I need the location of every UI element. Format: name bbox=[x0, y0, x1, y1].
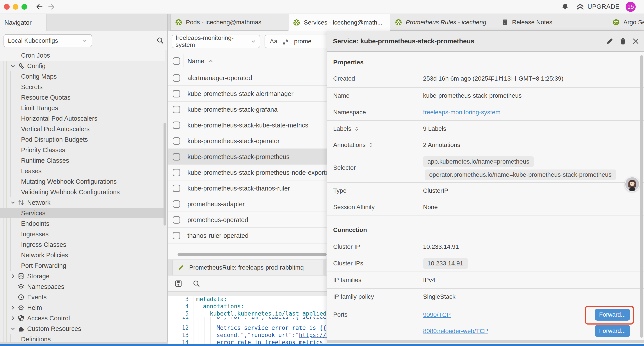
table-row[interactable]: kube-prometheus-stack-alertmanager bbox=[168, 86, 327, 102]
table-horizontal-scrollbar[interactable] bbox=[178, 253, 326, 256]
namespace-link[interactable]: freeleaps-monitoring-system bbox=[423, 109, 500, 116]
sidebar-item-priority-classes[interactable]: Priority Classes bbox=[0, 145, 165, 155]
select-all-checkbox[interactable] bbox=[173, 57, 180, 65]
forward-button-8080[interactable]: Forward... bbox=[595, 325, 630, 337]
tab-prometheus-rules-icecheng[interactable]: Prometheus Rules - icecheng... bbox=[390, 14, 497, 31]
sidebar-item-limit-ranges[interactable]: Limit Ranges bbox=[0, 103, 165, 113]
tab-pods-icecheng-mathmas[interactable]: Pods - icecheng@mathmas... bbox=[170, 14, 288, 31]
tab-release-notes[interactable]: Release Notes bbox=[497, 14, 608, 31]
close-icon[interactable] bbox=[632, 37, 640, 45]
editor-tab-prometheusrule[interactable]: PrometheusRule: freeleaps-prod-rabbitmq bbox=[172, 260, 323, 275]
sidebar-item-network[interactable]: Network bbox=[0, 197, 165, 208]
sidebar-item-namespaces[interactable]: Namespaces bbox=[0, 281, 165, 292]
sidebar-item-pod-disruption-budgets[interactable]: Pod Disruption Budgets bbox=[0, 134, 165, 145]
table-row[interactable]: kube-prometheus-stack-grafana bbox=[168, 102, 327, 117]
upgrade-label[interactable]: UPGRADE bbox=[588, 3, 620, 10]
row-checkbox[interactable] bbox=[173, 200, 180, 208]
match-case-toggle[interactable]: Aa bbox=[270, 38, 277, 45]
table-row[interactable]: thanos-ruler-operated bbox=[168, 228, 327, 244]
chevron-down-icon[interactable] bbox=[10, 326, 16, 332]
sidebar-item-runtime-classes[interactable]: Runtime Classes bbox=[0, 155, 165, 166]
sidebar-item-custom-resources[interactable]: Custom Resources bbox=[0, 324, 165, 334]
sidebar-item-services[interactable]: Services bbox=[0, 208, 165, 218]
forward-button-9090[interactable]: Forward... bbox=[595, 309, 630, 321]
save-icon[interactable] bbox=[174, 280, 182, 288]
back-arrow-icon[interactable] bbox=[36, 3, 44, 11]
chevron-down-icon[interactable] bbox=[10, 200, 16, 205]
search-icon[interactable] bbox=[156, 36, 164, 45]
annotations-label[interactable]: Annotations bbox=[333, 137, 373, 153]
delete-button[interactable] bbox=[619, 37, 627, 45]
tab-navigator[interactable]: Navigator bbox=[0, 14, 46, 31]
maximize-window-button[interactable] bbox=[22, 4, 27, 10]
row-checkbox[interactable] bbox=[173, 232, 180, 239]
sidebar-item-resource-quotas[interactable]: Resource Quotas bbox=[0, 92, 165, 103]
labels-label[interactable]: Labels bbox=[333, 121, 359, 137]
sidebar-item-helm[interactable]: Helm bbox=[0, 303, 165, 313]
sidebar-item-ingress-classes[interactable]: Ingress Classes bbox=[0, 239, 165, 250]
chevron-right-icon[interactable] bbox=[10, 305, 16, 311]
chevron-down-icon[interactable] bbox=[10, 63, 16, 69]
sidebar-item-config[interactable]: Config bbox=[0, 61, 165, 71]
table-row[interactable]: prometheus-operated bbox=[168, 212, 327, 228]
sidebar-item-storage[interactable]: Storage bbox=[0, 271, 165, 281]
sidebar-item-secrets[interactable]: Secrets bbox=[0, 82, 165, 92]
yaml-editor[interactable]: 3 metadata: 4 annotations: 5 kubectl.kub… bbox=[168, 292, 327, 346]
sidebar-item-ingresses[interactable]: Ingresses bbox=[0, 229, 165, 239]
sidebar-item-leases[interactable]: Leases bbox=[0, 166, 165, 176]
row-checkbox[interactable] bbox=[173, 216, 180, 224]
table-row[interactable]: kube-prometheus-stack-prometheus bbox=[168, 149, 327, 165]
sidebar-item-cron-jobs[interactable]: Cron Jobs bbox=[0, 50, 165, 61]
filter-input[interactable]: Aa * prome bbox=[264, 34, 327, 48]
table-row[interactable]: kube-prometheus-stack-kube-state-metrics bbox=[168, 117, 327, 133]
sidebar-item-endpoints[interactable]: Endpoints bbox=[0, 218, 165, 229]
annotations-value[interactable]: 2 Annotations bbox=[423, 137, 460, 153]
tab-services-icecheng-math[interactable]: Services - icecheng@math... bbox=[288, 14, 390, 31]
labels-value[interactable]: 9 Labels bbox=[423, 121, 446, 137]
notifications-bell-icon[interactable] bbox=[561, 3, 569, 11]
sidebar-item-events[interactable]: Events bbox=[0, 292, 165, 303]
sidebar-item-config-maps[interactable]: Config Maps bbox=[0, 71, 165, 82]
edit-button[interactable] bbox=[606, 37, 614, 45]
table-row[interactable]: kube-prometheus-stack-thanos-ruler bbox=[168, 180, 327, 196]
detail-scrollbar[interactable] bbox=[640, 55, 643, 338]
sidebar-item-mutating-webhook-configurations[interactable]: Mutating Webhook Configurations bbox=[0, 176, 165, 187]
namespace-selected-value: freeleaps-monitoring-system bbox=[176, 34, 250, 48]
sidebar-item-access-control[interactable]: Access Control bbox=[0, 313, 165, 324]
row-checkbox[interactable] bbox=[173, 90, 180, 97]
row-checkbox[interactable] bbox=[173, 185, 180, 192]
row-checkbox[interactable] bbox=[173, 153, 180, 161]
sidebar-item-network-policies[interactable]: Network Policies bbox=[0, 250, 165, 260]
sidebar-item-vertical-pod-autoscalers[interactable]: Vertical Pod Autoscalers bbox=[0, 124, 165, 134]
forward-arrow-icon[interactable] bbox=[47, 3, 55, 11]
sidebar-item-validating-webhook-configurations[interactable]: Validating Webhook Configurations bbox=[0, 187, 165, 197]
table-row[interactable]: prometheus-adapter bbox=[168, 196, 327, 212]
table-row[interactable]: kube-prometheus-stack-operator bbox=[168, 133, 327, 149]
row-checkbox[interactable] bbox=[173, 137, 180, 145]
kubeconfig-select[interactable]: Local Kubeconfigs bbox=[4, 34, 92, 47]
table-row[interactable]: kube-prometheus-stack-prometheus-node-ex… bbox=[168, 165, 327, 180]
row-checkbox[interactable] bbox=[173, 122, 180, 129]
row-checkbox[interactable] bbox=[173, 74, 180, 82]
close-window-button[interactable] bbox=[4, 4, 10, 10]
table-row[interactable]: alertmanager-operated bbox=[168, 70, 327, 86]
user-avatar[interactable] bbox=[624, 177, 640, 192]
editor-search-icon[interactable] bbox=[192, 280, 200, 288]
notification-count-badge[interactable]: 15 bbox=[626, 2, 636, 12]
port-link-8080[interactable]: 8080:reloader-web/TCP bbox=[423, 328, 488, 335]
sidebar-item-port-forwarding[interactable]: Port Forwarding bbox=[0, 260, 165, 271]
sidebar-item-horizontal-pod-autoscalers[interactable]: Horizontal Pod Autoscalers bbox=[0, 113, 165, 124]
editor-link[interactable]: https://netd bbox=[299, 332, 327, 338]
namespace-select[interactable]: freeleaps-monitoring-system bbox=[172, 34, 260, 48]
chevron-right-icon[interactable] bbox=[10, 273, 16, 279]
sidebar-scrollbar[interactable] bbox=[164, 123, 166, 226]
column-header-name[interactable]: Name bbox=[188, 52, 214, 70]
port-link-9090[interactable]: 9090/TCP bbox=[423, 311, 451, 319]
tab-argo-se[interactable]: Argo Se bbox=[608, 14, 644, 31]
row-checkbox[interactable] bbox=[173, 169, 180, 176]
upgrade-icon[interactable] bbox=[576, 3, 584, 11]
minimize-window-button[interactable] bbox=[13, 4, 18, 10]
row-checkbox[interactable] bbox=[173, 106, 180, 113]
chevron-right-icon[interactable] bbox=[10, 315, 16, 321]
regex-toggle[interactable]: * bbox=[283, 38, 288, 45]
